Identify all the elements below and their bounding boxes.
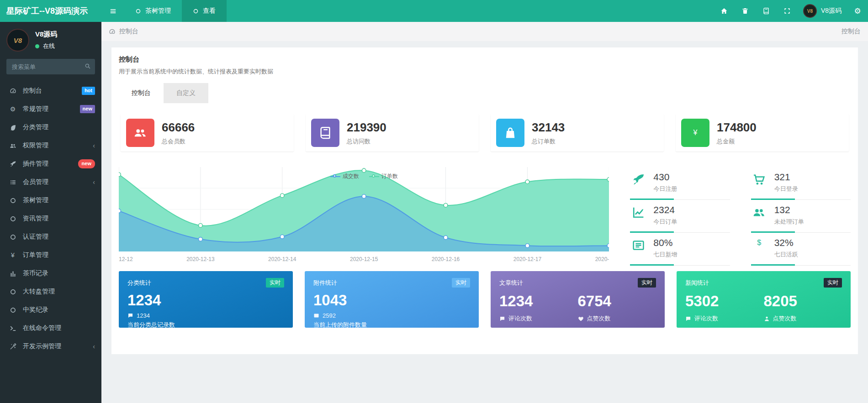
circle-icon [8, 234, 17, 241]
book-icon [311, 119, 339, 147]
sidebar-item-tea-tree[interactable]: 茶树管理 [0, 191, 101, 209]
sidebar-user-name: V8源码 [35, 30, 57, 39]
quick-stat-week-new: 80%七日新增 [630, 233, 730, 266]
sidebar-item-command[interactable]: 在线命令管理 [0, 319, 101, 337]
stat-label: 总订单数 [532, 137, 565, 146]
avatar[interactable]: V8 [6, 29, 29, 52]
user-name: V8源码 [821, 7, 842, 15]
stat-card-orders: 32143 总订单数 [491, 114, 664, 152]
realtime-badge: 实时 [638, 278, 656, 288]
app-title[interactable]: 星际矿工--V8源码演示 [0, 5, 101, 16]
cart-icon [751, 172, 767, 200]
stat-label: 总会员数 [162, 137, 195, 146]
comment-icon [499, 316, 505, 322]
circle-icon [8, 307, 17, 314]
comment-icon [685, 316, 691, 322]
sidebar-item-wheel[interactable]: 大转盘管理 [0, 283, 101, 301]
card-title: 分类统计 [127, 279, 151, 287]
rocket-icon [630, 172, 646, 200]
sidebar: V8 V8源码 在线 控制台 hot ⚙ 常规管理 new 分类管理 [0, 22, 101, 403]
sidebar-item-member[interactable]: 会员管理 ‹ [0, 173, 101, 191]
user-menu[interactable]: V8 V8源码 [798, 4, 847, 18]
sidebar-item-general[interactable]: ⚙ 常规管理 new [0, 100, 101, 118]
table-icon [630, 237, 646, 266]
card-value: 5302 [685, 293, 764, 310]
logs-button[interactable] [756, 0, 777, 22]
new-badge: new [80, 105, 95, 113]
expand-icon [783, 7, 791, 15]
page-content: 控制台 用于展示当前系统中的统计数据、统计报表及重要实时数据 控制台 自定义 6… [101, 41, 868, 403]
tab-dashboard[interactable]: 控制台 [119, 83, 164, 103]
person-icon [764, 316, 770, 322]
stat-card-members: 66666 总会员数 [121, 114, 294, 152]
chevron-left-icon: ‹ [93, 343, 95, 350]
panel-tabs: 控制台 自定义 [119, 83, 851, 103]
sidebar-item-news[interactable]: 资讯管理 [0, 209, 101, 228]
summary-card-category: 分类统计 实时 1234 1234 当前分类总记录数 [119, 271, 293, 328]
sidebar-item-order[interactable]: ¥ 订单管理 [0, 246, 101, 264]
quick-stats-grid: 430今日注册 321今日登录 2324今日订单 [609, 167, 851, 266]
legend-item[interactable]: 订单数 [369, 173, 398, 180]
avatar: V8 [803, 4, 817, 18]
menu-search [6, 59, 95, 74]
page-subtitle: 用于展示当前系统中的统计数据、统计报表及重要实时数据 [119, 68, 851, 76]
sidebar-item-tea-coin[interactable]: 茶币记录 [0, 264, 101, 283]
sidebar-item-category[interactable]: 分类管理 [0, 118, 101, 136]
card-label: 当前上传的附件数量 [313, 321, 470, 329]
card-value: 1234 [499, 293, 578, 310]
circle-icon [193, 8, 199, 14]
sidebar-item-auth[interactable]: 权限管理 ‹ [0, 136, 101, 155]
sidebar-item-prize[interactable]: 中奖纪录 [0, 301, 101, 319]
x-axis-label: 2020-12-15 [350, 256, 378, 262]
shopping-bag-icon [496, 119, 524, 147]
wand-icon [8, 343, 17, 350]
chevron-left-icon: ‹ [93, 142, 95, 149]
sidebar-item-examples[interactable]: 开发示例管理 ‹ [0, 337, 101, 356]
tab-tea-tree-manage[interactable]: 茶树管理 [124, 0, 182, 22]
quick-stat-week-active: $ 32%七日活跃 [751, 233, 851, 266]
accent-underline [751, 265, 851, 266]
dashboard-icon [8, 88, 17, 94]
tab-view[interactable]: 查看 [182, 0, 227, 22]
online-status-dot [35, 44, 39, 48]
circle-icon [135, 8, 141, 14]
image-icon [313, 313, 319, 319]
sidebar-item-certification[interactable]: 认证管理 [0, 228, 101, 246]
tab-custom[interactable]: 自定义 [164, 83, 208, 103]
sidebar-menu: 控制台 hot ⚙ 常规管理 new 分类管理 权限管理 ‹ 插件管理 new [0, 79, 101, 356]
fullscreen-button[interactable] [777, 0, 798, 22]
clear-cache-button[interactable] [735, 0, 756, 22]
breadcrumb-current[interactable]: 控制台 [119, 27, 138, 36]
home-button[interactable] [714, 0, 735, 22]
sidebar-item-dashboard[interactable]: 控制台 hot [0, 82, 101, 100]
users-icon [8, 142, 17, 149]
card-value: 8205 [764, 293, 842, 310]
top-navbar: 星际矿工--V8源码演示 茶树管理 查看 V8 V8源码 ⚙ [0, 0, 868, 22]
legend-item[interactable]: 成交数 [330, 173, 359, 180]
sidebar-toggle-button[interactable] [101, 0, 124, 22]
chart-line-icon [630, 204, 646, 233]
leaf-icon [8, 124, 17, 131]
area-chart: 成交数订单数 12-122020-12-132020-12-142020-12-… [119, 167, 609, 266]
x-axis-label: 12-12 [119, 256, 133, 262]
sidebar-item-addon[interactable]: 插件管理 new [0, 155, 101, 173]
gears-icon: ⚙ [8, 105, 17, 113]
summary-card-news: 新闻统计 实时 5302 评论次数 8205 点赞次数 [677, 271, 851, 328]
realtime-badge: 实时 [824, 278, 842, 288]
stat-value: 219390 [347, 120, 386, 135]
terminal-icon [8, 325, 17, 332]
main-area: 控制台 控制台 控制台 用于展示当前系统中的统计数据、统计报表及重要实时数据 控… [101, 22, 868, 403]
stat-value: 66666 [162, 120, 195, 135]
summary-card-articles: 文章统计 实时 1234 评论次数 6754 点赞次数 [491, 271, 665, 328]
circle-icon [8, 197, 17, 204]
stat-cards-row: 66666 总会员数 219390 总访问数 [119, 103, 851, 161]
summary-card-attachments: 附件统计 实时 1043 2592 当前上传的附件数量 [305, 271, 479, 328]
online-status-label: 在线 [43, 42, 55, 50]
rocket-icon [8, 161, 17, 167]
breadcrumb-right-link[interactable]: 控制台 [842, 27, 861, 36]
card-value: 1043 [313, 292, 470, 309]
chart-section: 成交数订单数 12-122020-12-132020-12-142020-12-… [119, 167, 851, 266]
stat-label: 总金额 [717, 137, 757, 146]
settings-button[interactable]: ⚙ [847, 0, 868, 22]
search-input[interactable] [6, 59, 95, 74]
